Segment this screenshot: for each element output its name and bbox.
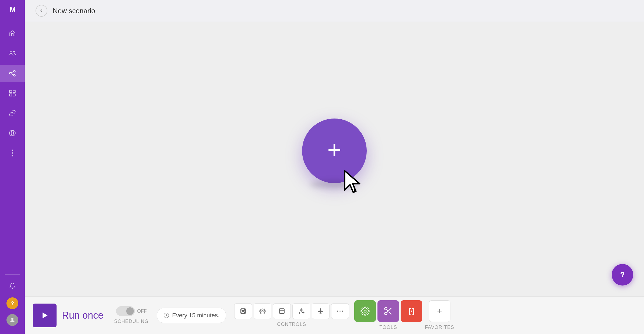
settings-button[interactable] [254, 303, 271, 319]
favorites-section: + FAVORITES [425, 300, 454, 330]
svg-point-13 [11, 318, 13, 320]
svg-point-10 [12, 150, 13, 151]
svg-point-27 [385, 308, 387, 310]
help-bubble-icon: ? [620, 270, 625, 279]
sidebar: M [0, 0, 25, 334]
sidebar-divider [5, 274, 20, 275]
svg-point-24 [340, 311, 341, 312]
svg-point-4 [13, 74, 15, 76]
sidebar-item-web[interactable] [0, 124, 25, 142]
clock-icon [163, 312, 169, 318]
save-icon [240, 308, 246, 314]
scheduling-label: SCHEDULING [114, 319, 149, 324]
plus-icon: + [327, 138, 342, 162]
help-bubble-button[interactable]: ? [612, 264, 633, 286]
svg-rect-6 [13, 90, 15, 93]
web-icon [9, 130, 16, 137]
svg-rect-8 [13, 94, 15, 96]
modules-icon [9, 90, 16, 97]
svg-point-21 [262, 310, 263, 312]
airplane-icon [317, 308, 324, 314]
page-title: New scenario [53, 7, 95, 15]
tools-section: [·] TOOLS [354, 300, 422, 330]
bracket-icon: [·] [409, 307, 414, 315]
team-icon [9, 50, 16, 57]
avatar-icon [9, 317, 16, 323]
sidebar-item-home[interactable] [0, 25, 25, 42]
svg-rect-7 [9, 94, 12, 96]
sidebar-item-more[interactable] [0, 144, 25, 162]
run-tool-button[interactable] [354, 300, 376, 322]
cut-tool-button[interactable] [377, 300, 399, 322]
connections-icon [9, 110, 16, 117]
run-once-button[interactable] [33, 304, 57, 327]
toggle-row: OFF [116, 306, 147, 316]
svg-rect-5 [9, 90, 12, 93]
toggle-off-label: OFF [137, 308, 147, 314]
svg-point-1 [13, 51, 15, 53]
sidebar-bottom: ? [0, 277, 25, 329]
run-once-section: Run once [33, 304, 103, 327]
sidebar-item-connections[interactable] [0, 105, 25, 122]
svg-point-23 [337, 311, 338, 312]
magic-icon [298, 308, 304, 314]
svg-point-2 [9, 72, 11, 74]
svg-point-25 [342, 311, 343, 312]
svg-point-26 [364, 310, 366, 312]
tools-row: [·] [354, 300, 422, 322]
main-content: New scenario + Run once [25, 0, 644, 334]
sidebar-item-notifications[interactable] [0, 277, 25, 295]
svg-marker-16 [43, 312, 48, 318]
controls-label: CONTROLS [277, 322, 306, 327]
magic-button[interactable] [292, 303, 310, 319]
sidebar-nav [0, 25, 25, 272]
home-icon [9, 30, 16, 37]
canvas-area[interactable]: + [25, 22, 644, 296]
airplane-button[interactable] [312, 303, 330, 319]
toggle-thumb [126, 307, 134, 315]
sidebar-avatar[interactable] [6, 314, 18, 326]
tools-label: TOOLS [379, 325, 397, 330]
svg-rect-22 [279, 309, 284, 314]
back-icon [39, 9, 44, 13]
favorites-label: FAVORITES [425, 325, 454, 330]
svg-point-0 [10, 51, 12, 53]
run-tool-icon [360, 307, 370, 316]
sidebar-item-scenarios[interactable] [0, 65, 25, 82]
scheduling-toggle[interactable] [116, 306, 135, 316]
header: New scenario [25, 0, 644, 22]
schedule-text: Every 15 minutes. [172, 312, 219, 319]
bracket-tool-button[interactable]: [·] [401, 300, 422, 322]
svg-point-12 [12, 155, 13, 156]
back-button[interactable] [36, 5, 47, 17]
notes-icon [279, 308, 285, 314]
more-icon [12, 149, 13, 156]
add-favorite-icon: + [437, 306, 442, 316]
run-once-label: Run once [62, 310, 103, 321]
svg-rect-20 [242, 312, 244, 313]
svg-point-3 [13, 70, 15, 72]
scheduling-section: OFF SCHEDULING [114, 306, 149, 324]
sidebar-item-team[interactable] [0, 45, 25, 62]
add-module-button[interactable]: + [302, 119, 367, 183]
bell-icon [9, 283, 16, 290]
play-icon [40, 311, 49, 320]
sidebar-item-modules[interactable] [0, 85, 25, 102]
sidebar-help-button[interactable]: ? [6, 297, 18, 309]
more-button[interactable] [331, 303, 349, 319]
scenarios-icon [9, 70, 16, 77]
save-button[interactable] [234, 303, 252, 319]
more-dots-icon [337, 310, 343, 312]
notes-button[interactable] [273, 303, 291, 319]
svg-rect-19 [242, 309, 244, 311]
settings-icon [259, 308, 266, 314]
svg-point-11 [12, 152, 13, 154]
controls-section: CONTROLS [234, 303, 349, 327]
svg-rect-18 [241, 309, 246, 314]
schedule-pill[interactable]: Every 15 minutes. [157, 308, 226, 323]
bottom-bar: Run once OFF SCHEDULING Every 15 minutes… [25, 296, 644, 334]
controls-row [234, 303, 349, 319]
svg-point-28 [385, 312, 387, 315]
add-favorite-button[interactable]: + [429, 300, 450, 322]
scissors-icon [383, 306, 393, 316]
